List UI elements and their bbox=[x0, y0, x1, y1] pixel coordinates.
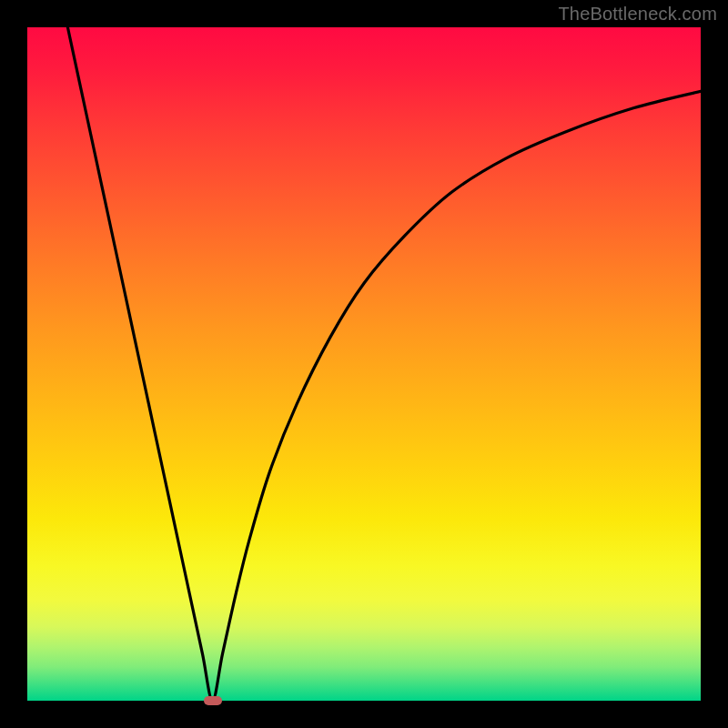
watermark-text: TheBottleneck.com bbox=[558, 4, 717, 25]
minimum-marker bbox=[204, 696, 222, 705]
chart-frame: TheBottleneck.com bbox=[0, 0, 728, 728]
plot-area bbox=[27, 27, 701, 701]
bottleneck-curve bbox=[27, 27, 701, 701]
